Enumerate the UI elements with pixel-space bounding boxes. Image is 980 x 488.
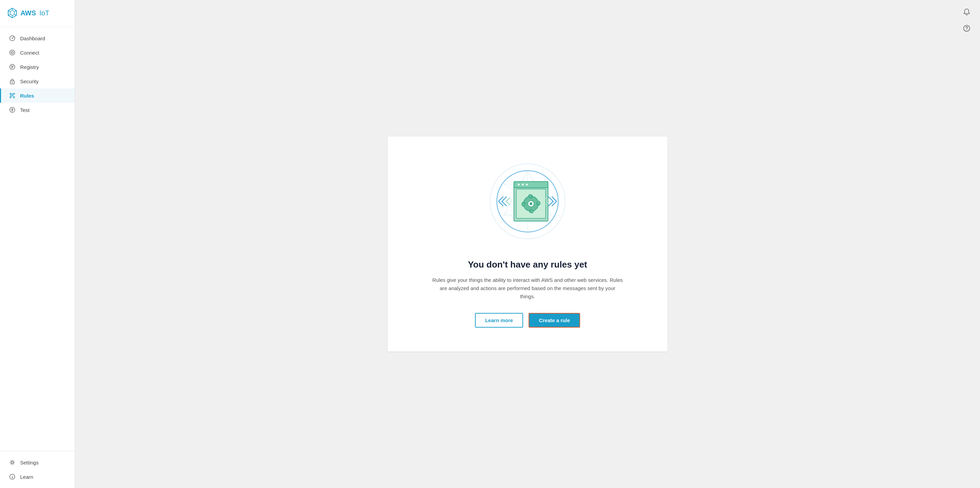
app-name-iot: IoT (40, 9, 49, 17)
svg-point-44 (526, 184, 528, 186)
create-rule-button[interactable]: Create a rule (528, 313, 580, 327)
empty-state-actions: Learn more Create a rule (475, 313, 581, 327)
svg-point-15 (12, 82, 13, 83)
learn-icon: i (8, 473, 16, 480)
sidebar-label-settings: Settings (20, 460, 38, 466)
help-button[interactable] (962, 23, 972, 33)
sidebar-item-learn[interactable]: i Learn (0, 470, 75, 484)
empty-state-card: You don't have any rules yet Rules give … (388, 137, 667, 351)
sidebar-item-dashboard[interactable]: Dashboard (0, 31, 75, 45)
security-icon (8, 78, 16, 85)
sidebar-label-rules: Rules (20, 93, 34, 99)
registry-icon (8, 63, 16, 71)
sidebar-item-rules[interactable]: Rules (0, 88, 75, 103)
aws-iot-logo-icon (7, 8, 18, 18)
test-icon (8, 106, 16, 114)
svg-point-19 (13, 97, 15, 98)
svg-point-16 (10, 93, 11, 95)
empty-state-title: You don't have any rules yet (468, 259, 587, 270)
sidebar-item-settings[interactable]: Settings (0, 455, 75, 470)
empty-state-description: Rules give your things the ability to in… (432, 276, 623, 300)
svg-marker-1 (10, 10, 14, 16)
learn-more-button[interactable]: Learn more (475, 313, 523, 327)
svg-point-56 (530, 202, 532, 205)
sidebar-label-connect: Connect (20, 50, 39, 56)
sidebar-label-learn: Learn (20, 474, 33, 480)
connect-icon (8, 49, 16, 56)
svg-point-18 (10, 97, 11, 98)
sidebar-label-registry: Registry (20, 64, 39, 70)
settings-icon (8, 459, 16, 466)
svg-point-25 (11, 461, 13, 463)
app-logo[interactable]: AWS IoT (0, 0, 75, 27)
sidebar-item-connect[interactable]: Connect (0, 45, 75, 60)
svg-point-29 (966, 30, 967, 30)
svg-point-12 (12, 52, 13, 53)
svg-point-43 (522, 184, 524, 186)
svg-point-42 (518, 184, 520, 186)
sidebar-bottom: Settings i Learn (0, 451, 75, 488)
notification-bell-button[interactable] (962, 7, 972, 17)
rules-illustration (483, 157, 572, 246)
sidebar-label-security: Security (20, 78, 38, 84)
app-name-aws: AWS (21, 9, 36, 17)
rules-icon (8, 92, 16, 99)
sidebar: AWS IoT Dashboard Connect (0, 0, 75, 488)
svg-point-20 (11, 95, 13, 96)
sidebar-item-registry[interactable]: Registry (0, 60, 75, 74)
svg-text:i: i (11, 475, 13, 479)
sidebar-label-dashboard: Dashboard (20, 35, 45, 41)
sidebar-nav: Dashboard Connect Registry (0, 27, 75, 451)
top-right-icons (962, 7, 972, 33)
sidebar-item-security[interactable]: Security (0, 74, 75, 88)
main-content: You don't have any rules yet Rules give … (75, 0, 980, 488)
svg-point-9 (12, 38, 13, 39)
dashboard-icon (8, 35, 16, 42)
sidebar-item-test[interactable]: Test (0, 103, 75, 117)
sidebar-label-test: Test (20, 107, 30, 113)
svg-point-17 (13, 93, 15, 95)
